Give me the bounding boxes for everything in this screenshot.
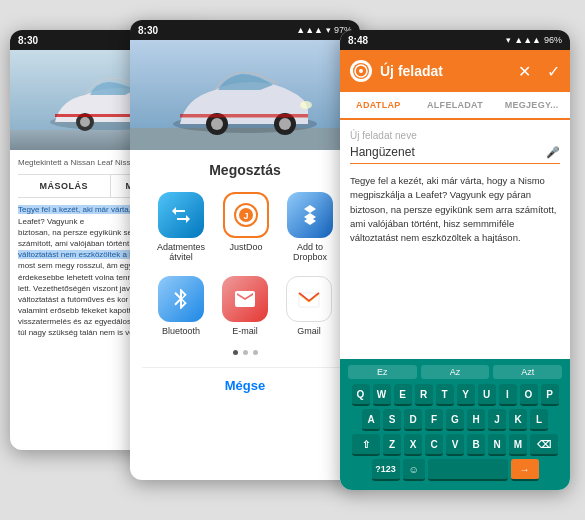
phone3-title: Új feladat bbox=[380, 63, 510, 79]
phone1-text-5: érdekesebbe lehetett volna tenn bbox=[18, 273, 132, 282]
tab-adatlap[interactable]: ADATLAP bbox=[340, 92, 417, 120]
bluetooth-label: Bluetooth bbox=[162, 326, 200, 336]
share-item-gmail[interactable]: Gmail bbox=[286, 276, 332, 336]
key-u[interactable]: U bbox=[478, 384, 496, 406]
phone-2: 8:30 ▲▲▲ ▾ 97% bbox=[130, 20, 360, 480]
phone1-text-10: túl nagy szükség talán nem is vol bbox=[18, 328, 135, 337]
key-p[interactable]: P bbox=[541, 384, 559, 406]
phone3-status-bar: 8:48 ▾ ▲▲▲ 96% bbox=[340, 30, 570, 50]
transfer-icon bbox=[158, 192, 204, 238]
svg-text:J: J bbox=[244, 211, 249, 221]
suggest-3[interactable]: Azt bbox=[493, 365, 562, 379]
mic-icon[interactable]: 🎤 bbox=[546, 146, 560, 159]
phone3-confirm-button[interactable]: ✓ bbox=[547, 62, 560, 81]
phone3-close-button[interactable]: ✕ bbox=[518, 62, 531, 81]
key-shift[interactable]: ⇧ bbox=[352, 434, 380, 456]
phone3-input-field[interactable]: Hangüzenet 🎤 bbox=[350, 145, 560, 164]
key-enter[interactable]: → bbox=[511, 459, 539, 481]
key-l[interactable]: L bbox=[530, 409, 548, 431]
key-r[interactable]: R bbox=[415, 384, 433, 406]
dot-1 bbox=[233, 350, 238, 355]
phone3-battery: 96% bbox=[544, 35, 562, 45]
key-d[interactable]: D bbox=[404, 409, 422, 431]
svg-point-16 bbox=[300, 101, 312, 109]
key-s[interactable]: S bbox=[383, 409, 401, 431]
phone3-time: 8:48 bbox=[348, 35, 368, 46]
phone1-highlight: Tegye fel a kezét, aki már várta, h bbox=[18, 205, 138, 214]
key-f[interactable]: F bbox=[425, 409, 443, 431]
phone2-time: 8:30 bbox=[138, 25, 158, 36]
phone1-text-6: lett. Vezethetőségén viszont javít bbox=[18, 284, 135, 293]
key-x[interactable]: X bbox=[404, 434, 422, 456]
phone3-signal-icon: ▲▲▲ bbox=[514, 35, 541, 45]
tab-megjegy[interactable]: MEGJEGY... bbox=[493, 92, 570, 118]
key-o[interactable]: O bbox=[520, 384, 538, 406]
bluetooth-icon bbox=[158, 276, 204, 322]
key-g[interactable]: G bbox=[446, 409, 464, 431]
tab-alfeladat[interactable]: ALFELADAT bbox=[417, 92, 494, 118]
phone1-time: 8:30 bbox=[18, 35, 38, 46]
cancel-button[interactable]: Mégse bbox=[142, 367, 348, 403]
share-row-1: Adatmentesátvitel J JustDoo bbox=[142, 192, 348, 262]
dot-3 bbox=[253, 350, 258, 355]
justdoo-icon: J bbox=[223, 192, 269, 238]
suggest-1[interactable]: Ez bbox=[348, 365, 417, 379]
share-item-dropbox[interactable]: Add toDropbox bbox=[287, 192, 333, 262]
key-n[interactable]: N bbox=[488, 434, 506, 456]
key-w[interactable]: W bbox=[373, 384, 391, 406]
keyboard-row-2: A S D F G H J K L bbox=[342, 409, 568, 431]
key-v[interactable]: V bbox=[446, 434, 464, 456]
key-i[interactable]: I bbox=[499, 384, 517, 406]
key-backspace[interactable]: ⌫ bbox=[530, 434, 558, 456]
phone3-input-label: Új feladat neve bbox=[350, 130, 560, 141]
key-h[interactable]: H bbox=[467, 409, 485, 431]
share-row-2: Bluetooth E-mail bbox=[142, 276, 348, 336]
phone1-text-4: most sem megy rosszul, ám egy bbox=[18, 261, 133, 270]
phone2-wifi-icon: ▾ bbox=[326, 25, 331, 35]
key-j[interactable]: J bbox=[488, 409, 506, 431]
phone1-text-2: biztosan, na persze egyikünk sem bbox=[18, 228, 139, 237]
dots-row bbox=[142, 350, 348, 355]
key-space[interactable] bbox=[428, 459, 508, 481]
share-item-bluetooth[interactable]: Bluetooth bbox=[158, 276, 204, 336]
key-e[interactable]: E bbox=[394, 384, 412, 406]
key-a[interactable]: A bbox=[362, 409, 380, 431]
key-z[interactable]: Z bbox=[383, 434, 401, 456]
key-m[interactable]: M bbox=[509, 434, 527, 456]
phone3-body: Új feladat neve Hangüzenet 🎤 Tegye fel a… bbox=[340, 120, 570, 255]
phone3-input-value: Hangüzenet bbox=[350, 145, 540, 159]
email-label: E-mail bbox=[232, 326, 258, 336]
key-q[interactable]: Q bbox=[352, 384, 370, 406]
keyboard-suggestions: Ez Az Azt bbox=[342, 363, 568, 381]
share-item-justdoo[interactable]: J JustDoo bbox=[223, 192, 269, 262]
keyboard-row-3: ⇧ Z X C V B N M ⌫ bbox=[342, 434, 568, 456]
phone3-header: Új feladat ✕ ✓ bbox=[340, 50, 570, 92]
dropbox-label: Add toDropbox bbox=[293, 242, 327, 262]
share-item-email[interactable]: E-mail bbox=[222, 276, 268, 336]
phone2-status-bar: 8:30 ▲▲▲ ▾ 97% bbox=[130, 20, 360, 40]
key-num[interactable]: ?123 bbox=[372, 459, 400, 481]
dropbox-icon bbox=[287, 192, 333, 238]
key-b[interactable]: B bbox=[467, 434, 485, 456]
key-y[interactable]: Y bbox=[457, 384, 475, 406]
app-icon bbox=[350, 60, 372, 82]
share-item-transfer[interactable]: Adatmentesátvitel bbox=[157, 192, 205, 262]
phone1-text-9: visszatermelés és az egyedálos bbox=[18, 317, 131, 326]
key-k[interactable]: K bbox=[509, 409, 527, 431]
phone2-car-image bbox=[130, 40, 360, 150]
phone1-copy-button[interactable]: MÁSOLÁS bbox=[18, 175, 111, 197]
transfer-label: Adatmentesátvitel bbox=[157, 242, 205, 262]
gmail-icon bbox=[286, 276, 332, 322]
svg-point-4 bbox=[80, 117, 90, 127]
phone1-text-8: valamint erősebb fékeket kapott, bbox=[18, 306, 133, 315]
svg-point-14 bbox=[279, 118, 291, 130]
key-emoji[interactable]: ☺ bbox=[403, 459, 425, 481]
svg-point-12 bbox=[211, 118, 223, 130]
phone1-text-3: számított, ami valójában történt, bbox=[18, 239, 131, 248]
key-c[interactable]: C bbox=[425, 434, 443, 456]
suggest-2[interactable]: Az bbox=[421, 365, 490, 379]
key-t[interactable]: T bbox=[436, 384, 454, 406]
share-modal: Megosztás Adatmentesátvitel J bbox=[130, 150, 360, 415]
share-title: Megosztás bbox=[142, 162, 348, 178]
phone3-tabs: ADATLAP ALFELADAT MEGJEGY... bbox=[340, 92, 570, 120]
